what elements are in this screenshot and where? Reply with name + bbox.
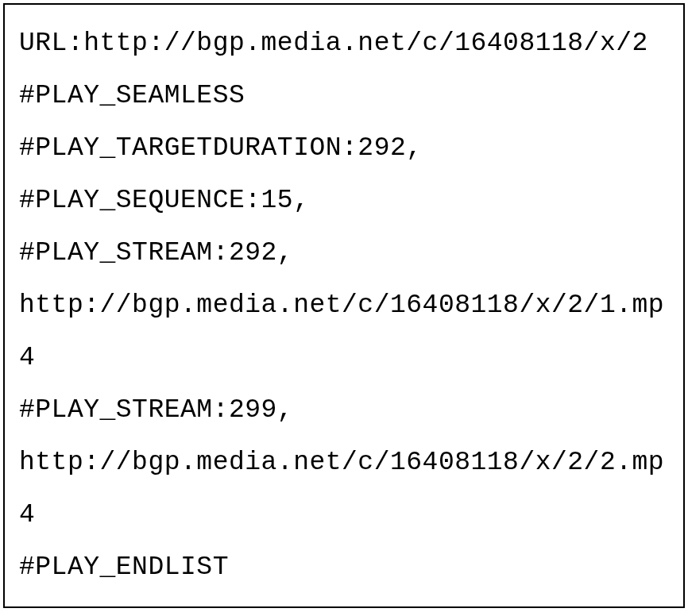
stream-url-2-line: http://bgp.media.net/c/16408118/x/2/2.mp… — [19, 437, 669, 541]
play-sequence-line: #PLAY_SEQUENCE:15, — [19, 175, 669, 227]
url-line: URL:http://bgp.media.net/c/16408118/x/2 — [19, 17, 669, 70]
play-stream-1-line: #PLAY_STREAM:292, — [19, 227, 669, 279]
stream-url-1-line: http://bgp.media.net/c/16408118/x/2/1.mp… — [19, 279, 669, 384]
playlist-box: URL:http://bgp.media.net/c/16408118/x/2 … — [3, 3, 685, 608]
play-stream-2-line: #PLAY_STREAM:299, — [19, 384, 669, 437]
play-targetduration-line: #PLAY_TARGETDURATION:292, — [19, 122, 669, 175]
play-seamless-line: #PLAY_SEAMLESS — [19, 70, 669, 122]
play-endlist-line: #PLAY_ENDLIST — [19, 541, 669, 594]
